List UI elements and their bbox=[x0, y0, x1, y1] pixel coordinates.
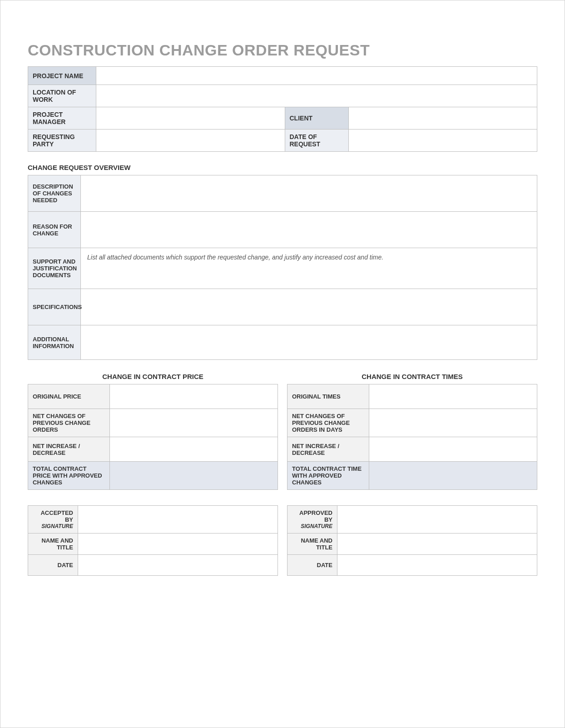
accepted-signature-value[interactable] bbox=[78, 506, 278, 534]
overview-row-value[interactable]: List all attached documents which suppor… bbox=[81, 248, 537, 289]
times-row-label: ORIGINAL TIMES bbox=[287, 384, 369, 409]
price-row-label: TOTAL CONTRACT PRICE WITH APPROVED CHANG… bbox=[28, 462, 110, 490]
signature-section: ACCEPTED BY SIGNATURE NAME AND TITLE DAT… bbox=[28, 505, 537, 576]
price-row-value[interactable] bbox=[110, 409, 278, 437]
price-table: ORIGINAL PRICE NET CHANGES OF PREVIOUS C… bbox=[28, 384, 278, 490]
price-row-label: NET INCREASE / DECREASE bbox=[28, 437, 110, 462]
accepted-table: ACCEPTED BY SIGNATURE NAME AND TITLE DAT… bbox=[28, 505, 278, 576]
document-page: CONSTRUCTION CHANGE ORDER REQUEST PROJEC… bbox=[0, 0, 565, 728]
overview-row-label: SUPPORT AND JUSTIFICATION DOCUMENTS bbox=[28, 248, 81, 289]
price-row-label: ORIGINAL PRICE bbox=[28, 384, 110, 409]
location-of-work-value[interactable] bbox=[96, 85, 537, 107]
approved-by-label: APPROVED BY SIGNATURE bbox=[287, 506, 337, 534]
approved-column: APPROVED BY SIGNATURE NAME AND TITLE DAT… bbox=[287, 505, 537, 576]
overview-row-label: ADDITIONAL INFORMATION bbox=[28, 325, 81, 360]
price-heading: CHANGE IN CONTRACT PRICE bbox=[28, 373, 278, 380]
overview-row-value[interactable] bbox=[81, 175, 537, 212]
location-of-work-label: LOCATION OF WORK bbox=[28, 85, 96, 107]
approved-name-title-value[interactable] bbox=[337, 534, 537, 555]
client-value[interactable] bbox=[348, 107, 537, 130]
requesting-party-value[interactable] bbox=[96, 130, 285, 152]
accepted-name-title-value[interactable] bbox=[78, 534, 278, 555]
times-row-label: TOTAL CONTRACT TIME WITH APPROVED CHANGE… bbox=[287, 462, 369, 490]
project-manager-value[interactable] bbox=[96, 107, 285, 130]
accepted-by-text: ACCEPTED BY bbox=[40, 509, 73, 523]
price-row-value[interactable] bbox=[110, 437, 278, 462]
times-row-value[interactable] bbox=[369, 462, 537, 490]
project-manager-label: PROJECT MANAGER bbox=[28, 107, 96, 130]
price-row-value[interactable] bbox=[110, 384, 278, 409]
overview-row-label: DESCRIPTION OF CHANGES NEEDED bbox=[28, 175, 81, 212]
date-of-request-value[interactable] bbox=[348, 130, 537, 152]
project-info-table: PROJECT NAME LOCATION OF WORK PROJECT MA… bbox=[28, 66, 537, 152]
times-table: ORIGINAL TIMES NET CHANGES OF PREVIOUS C… bbox=[287, 384, 537, 490]
approved-signature-sub: SIGNATURE bbox=[292, 523, 332, 529]
overview-row-value[interactable] bbox=[81, 289, 537, 325]
project-name-label: PROJECT NAME bbox=[28, 67, 96, 85]
overview-table: DESCRIPTION OF CHANGES NEEDED REASON FOR… bbox=[28, 175, 537, 360]
overview-row-label: REASON FOR CHANGE bbox=[28, 212, 81, 248]
overview-heading: CHANGE REQUEST OVERVIEW bbox=[28, 164, 537, 171]
approved-signature-value[interactable] bbox=[337, 506, 537, 534]
times-row-value[interactable] bbox=[369, 409, 537, 437]
accepted-date-label: DATE bbox=[28, 555, 78, 576]
approved-date-value[interactable] bbox=[337, 555, 537, 576]
price-row-value[interactable] bbox=[110, 462, 278, 490]
overview-row-label: SPECIFICATIONS bbox=[28, 289, 81, 325]
times-row-value[interactable] bbox=[369, 437, 537, 462]
accepted-name-title-label: NAME AND TITLE bbox=[28, 534, 78, 555]
times-heading: CHANGE IN CONTRACT TIMES bbox=[287, 373, 537, 380]
accepted-signature-sub: SIGNATURE bbox=[33, 523, 73, 529]
price-times-section: CHANGE IN CONTRACT PRICE ORIGINAL PRICE … bbox=[28, 373, 537, 490]
client-label: CLIENT bbox=[285, 107, 348, 130]
accepted-by-label: ACCEPTED BY SIGNATURE bbox=[28, 506, 78, 534]
project-name-value[interactable] bbox=[96, 67, 537, 85]
accepted-column: ACCEPTED BY SIGNATURE NAME AND TITLE DAT… bbox=[28, 505, 278, 576]
approved-name-title-label: NAME AND TITLE bbox=[287, 534, 337, 555]
times-row-label: NET INCREASE / DECREASE bbox=[287, 437, 369, 462]
approved-table: APPROVED BY SIGNATURE NAME AND TITLE DAT… bbox=[287, 505, 537, 576]
page-title: CONSTRUCTION CHANGE ORDER REQUEST bbox=[28, 41, 537, 59]
times-row-value[interactable] bbox=[369, 384, 537, 409]
overview-row-value[interactable] bbox=[81, 325, 537, 360]
times-column: CHANGE IN CONTRACT TIMES ORIGINAL TIMES … bbox=[287, 373, 537, 490]
times-row-label: NET CHANGES OF PREVIOUS CHANGE ORDERS IN… bbox=[287, 409, 369, 437]
price-column: CHANGE IN CONTRACT PRICE ORIGINAL PRICE … bbox=[28, 373, 278, 490]
accepted-date-value[interactable] bbox=[78, 555, 278, 576]
approved-by-text: APPROVED BY bbox=[299, 509, 332, 523]
approved-date-label: DATE bbox=[287, 555, 337, 576]
requesting-party-label: REQUESTING PARTY bbox=[28, 130, 96, 152]
price-row-label: NET CHANGES OF PREVIOUS CHANGE ORDERS bbox=[28, 409, 110, 437]
overview-row-value[interactable] bbox=[81, 212, 537, 248]
date-of-request-label: DATE OF REQUEST bbox=[285, 130, 348, 152]
